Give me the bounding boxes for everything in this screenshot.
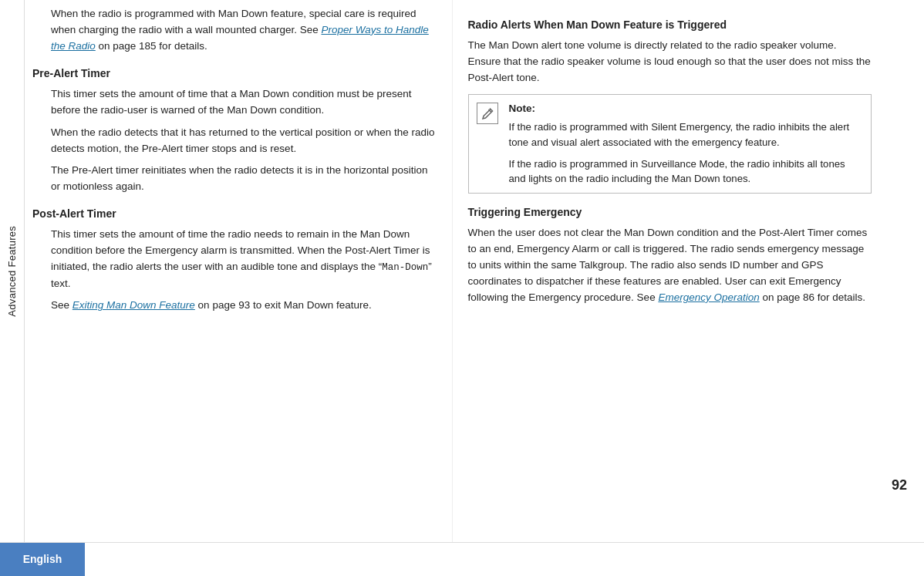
sidebar-label: Advanced Features [5, 226, 20, 317]
post-alert-title: Post-Alert Timer [32, 206, 437, 222]
sidebar: Advanced Features [0, 0, 25, 542]
left-column: When the radio is programmed with Man Do… [25, 0, 452, 542]
language-button[interactable]: English [0, 543, 85, 576]
note-para1: If the radio is programmed with Silent E… [509, 120, 864, 150]
triggering-text-suffix: on page 86 for details. [760, 291, 865, 303]
post-alert-see-suffix: on page 93 to exit Man Down feature. [195, 299, 372, 311]
pre-alert-title: Pre-Alert Timer [32, 66, 437, 82]
note-para2: If the radio is programmed in Surveillan… [509, 157, 864, 187]
emergency-operation-link[interactable]: Emergency Operation [658, 291, 759, 303]
pre-alert-para2: When the radio detects that it has retur… [51, 125, 437, 157]
triggering-emergency-title: Triggering Emergency [468, 204, 872, 221]
note-box: Note: If the radio is programmed with Si… [468, 94, 872, 194]
pencil-icon [481, 106, 494, 120]
note-title: Note: [509, 101, 864, 116]
radio-alerts-para1: The Man Down alert tone volume is direct… [468, 38, 872, 86]
footer: English [0, 542, 924, 576]
post-alert-para1: This timer sets the amount of time the r… [51, 227, 437, 291]
post-alert-para2: See Exiting Man Down Feature on page 93 … [51, 298, 437, 314]
man-down-mono: Man-Down [382, 262, 428, 273]
main-content: When the radio is programmed with Man Do… [25, 0, 887, 542]
exiting-man-down-link[interactable]: Exiting Man Down Feature [73, 299, 195, 311]
post-alert-see: See [51, 299, 73, 311]
fragment-text-after: on page 185 for details. [96, 40, 207, 52]
note-icon-wrapper [477, 101, 501, 124]
right-column: Radio Alerts When Man Down Feature is Tr… [452, 0, 888, 542]
radio-alerts-title: Radio Alerts When Man Down Feature is Tr… [468, 17, 872, 33]
page-wrapper: Advanced Features When the radio is prog… [0, 0, 924, 542]
post-alert-text1: This timer sets the amount of time the r… [51, 228, 430, 272]
note-content: Note: If the radio is programmed with Si… [509, 101, 864, 187]
page-number: 92 [892, 475, 907, 542]
pre-alert-para1: This timer sets the amount of time that … [51, 86, 437, 119]
page-number-col: 92 [887, 0, 924, 542]
note-icon [477, 103, 498, 124]
pre-alert-para3: The Pre-Alert timer reinitiates when the… [51, 163, 437, 195]
triggering-para1: When the user does not clear the Man Dow… [468, 225, 872, 306]
fragment-para: When the radio is programmed with Man Do… [51, 6, 437, 55]
